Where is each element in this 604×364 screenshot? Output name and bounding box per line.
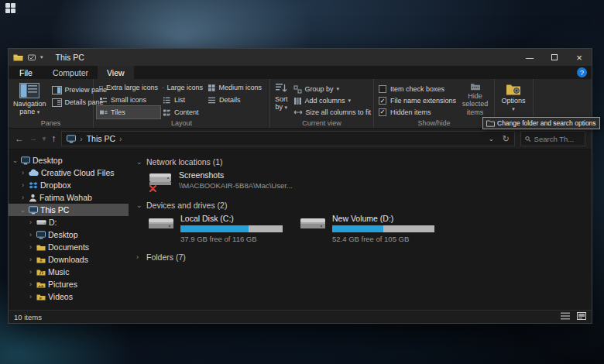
quick-access-properties-icon[interactable] — [28, 53, 36, 61]
content-icon — [163, 108, 171, 117]
extra-large-icons-button[interactable]: Extra large icons — [97, 81, 160, 94]
tab-file[interactable]: File — [9, 66, 43, 79]
size-all-columns-label: Size all columns to fit — [306, 108, 372, 116]
add-columns-button[interactable]: Add columns ▾ — [291, 95, 374, 107]
minimize-button[interactable]: — — [517, 49, 542, 66]
tab-computer[interactable]: Computer — [43, 66, 98, 79]
sidebar-item-pictures[interactable]: › Pictures — [9, 278, 129, 290]
quick-access-dropdown-icon[interactable]: ▾ — [40, 54, 43, 60]
address-field[interactable]: › This PC › ⌄ ↻ — [61, 131, 515, 146]
tree-collapsed-icon[interactable]: › — [19, 181, 26, 189]
sidebar-item-music[interactable]: › Music — [9, 266, 129, 278]
extra-large-icons-icon — [99, 84, 103, 92]
options-button[interactable]: Options ▾ — [498, 81, 529, 118]
tab-view[interactable]: View — [98, 66, 134, 79]
small-icons-button[interactable]: Small icons — [97, 94, 160, 106]
drive-local-disk-c[interactable]: Local Disk (C:) 37.9 GB free of 116 GB — [147, 214, 287, 243]
drive-new-volume-d[interactable]: New Volume (D:) 52.4 GB free of 105 GB — [299, 214, 438, 243]
hidden-items-checkbox[interactable]: ✓ Hidden items — [377, 106, 458, 118]
group-header-network-locations[interactable]: ⌄ Network locations (1) — [136, 156, 592, 168]
chevron-down-icon[interactable]: ▾ — [512, 106, 515, 112]
hidden-items-label: Hidden items — [390, 108, 431, 116]
titlebar[interactable]: ▾ This PC — × — [9, 49, 592, 66]
disconnected-network-drive-icon — [147, 170, 173, 192]
group-by-button[interactable]: Group by ▾ — [291, 84, 374, 95]
desktop-shortcut-icon[interactable] — [5, 3, 15, 13]
navigation-pane-button[interactable]: Navigation pane ▾ — [12, 81, 48, 118]
network-item-name: Screenshots — [179, 170, 293, 180]
file-name-extensions-checkbox[interactable]: ✓ File name extensions — [377, 95, 458, 107]
group-collapsed-icon[interactable]: › — [136, 253, 142, 261]
tree-collapsed-icon[interactable]: › — [27, 231, 34, 239]
sidebar-item-this-pc[interactable]: ⌄ This PC — [9, 204, 129, 216]
hard-drive-icon — [147, 214, 175, 234]
tree-collapsed-icon[interactable]: › — [27, 243, 34, 251]
group-header-label: Devices and drives (2) — [146, 201, 227, 210]
refresh-icon[interactable]: ↻ — [503, 134, 510, 144]
tiles-button[interactable]: Tiles — [97, 106, 160, 118]
sidebar-item-desktop[interactable]: ⌄ Desktop — [9, 154, 129, 167]
forward-icon[interactable]: → — [29, 135, 37, 143]
tree-collapsed-icon[interactable]: › — [19, 169, 26, 177]
sidebar-item-videos[interactable]: › Videos — [9, 290, 129, 303]
details-view-button[interactable]: Details — [205, 94, 264, 106]
small-icons-icon — [99, 96, 108, 105]
hide-selected-items-button[interactable]: Hide selected items — [459, 81, 491, 118]
sidebar-item-label: This PC — [40, 205, 69, 215]
close-button[interactable]: × — [567, 49, 592, 66]
tree-expanded-icon[interactable]: ⌄ — [12, 156, 19, 164]
sidebar-item-label: Documents — [48, 242, 89, 252]
details-view-icon — [208, 96, 216, 105]
explorer-icon — [13, 53, 23, 62]
back-icon[interactable]: ← — [15, 134, 24, 143]
list-label: List — [174, 96, 185, 104]
tree-collapsed-icon[interactable]: › — [27, 268, 34, 276]
group-expanded-icon[interactable]: ⌄ — [136, 201, 142, 209]
tree-collapsed-icon[interactable]: › — [27, 293, 34, 300]
breadcrumb-this-pc[interactable]: This PC — [87, 134, 115, 143]
sidebar-item-creative-cloud-files[interactable]: › Creative Cloud Files — [9, 167, 129, 179]
sidebar-item-dropbox[interactable]: › Dropbox — [9, 179, 129, 191]
tree-expanded-icon[interactable]: ⌄ — [19, 206, 26, 214]
extra-large-icons-label: Extra large icons — [106, 84, 158, 91]
tree-collapsed-icon[interactable]: › — [27, 218, 34, 226]
breadcrumb-chevron-icon[interactable]: › — [119, 135, 122, 143]
dropbox-icon — [29, 181, 38, 190]
sidebar-item-downloads[interactable]: › Downloads — [9, 253, 129, 266]
sidebar-item-label: Desktop — [48, 230, 78, 239]
group-expanded-icon[interactable]: ⌄ — [136, 158, 142, 166]
tree-collapsed-icon[interactable]: › — [27, 256, 34, 263]
maximize-button[interactable] — [542, 49, 567, 66]
address-dropdown-icon[interactable]: ⌄ — [489, 136, 494, 143]
large-icons-view-toggle-button[interactable] — [577, 312, 586, 321]
desktop-icon — [21, 156, 30, 165]
details-view-toggle-button[interactable] — [561, 312, 570, 321]
tree-collapsed-icon[interactable]: › — [27, 280, 34, 288]
tree-collapsed-icon[interactable]: › — [19, 194, 26, 201]
layout-group-label: Layout — [94, 119, 269, 127]
network-location-screenshots[interactable]: Screenshots \\MACBOOKAIR-5B8A\Mac\User..… — [147, 170, 592, 192]
size-all-columns-button[interactable]: Size all columns to fit — [291, 106, 374, 118]
details-pane-icon — [52, 98, 62, 107]
group-header-devices-and-drives[interactable]: ⌄ Devices and drives (2) — [136, 199, 592, 211]
item-check-boxes-checkbox[interactable]: Item check boxes — [377, 84, 458, 95]
search-box[interactable] — [520, 131, 585, 146]
large-icons-button[interactable]: Large icons — [160, 81, 205, 94]
content-button[interactable]: Content — [160, 106, 205, 118]
hide-selected-items-icon — [468, 83, 483, 91]
up-icon[interactable]: ↑ — [51, 134, 56, 143]
group-header-folders[interactable]: › Folders (7) — [136, 251, 592, 263]
add-columns-label: Add columns — [305, 97, 345, 105]
ribbon-group-show-hide: Item check boxes ✓ File name extensions … — [374, 79, 495, 128]
search-input[interactable] — [534, 135, 581, 143]
sort-by-button[interactable]: Sort by ▾ — [273, 81, 290, 118]
sidebar-item-d-drive[interactable]: › D: — [9, 216, 129, 228]
pictures-folder-icon — [36, 280, 46, 289]
medium-icons-button[interactable]: Medium icons — [205, 81, 264, 94]
help-icon[interactable]: ? — [577, 67, 587, 77]
list-button[interactable]: List — [160, 94, 205, 106]
sidebar-item-fatima-wahab[interactable]: › Fatima Wahab — [9, 191, 129, 204]
recent-locations-icon[interactable]: ▾ — [43, 135, 46, 143]
sidebar-item-desktop-child[interactable]: › Desktop — [9, 228, 129, 241]
sidebar-item-documents[interactable]: › Documents — [9, 241, 129, 253]
